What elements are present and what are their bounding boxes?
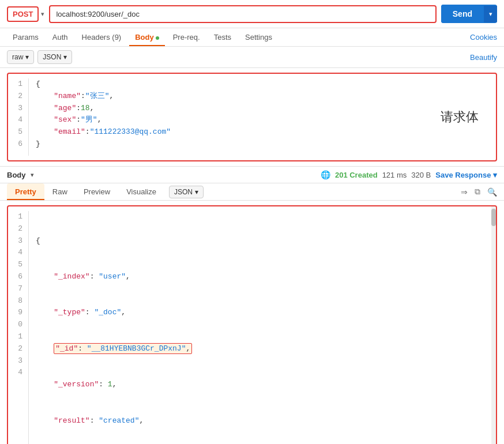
send-button-arrow[interactable]: ▾ — [484, 6, 497, 22]
request-code-content[interactable]: { "name":"张三", "age":18, "sex":"男", "ema… — [29, 78, 496, 156]
method-dropdown-arrow[interactable]: ▾ — [41, 10, 44, 18]
response-header: Body ▾ 🌐 201 Created 121 ms 320 B Save R… — [0, 166, 504, 183]
beautify-button[interactable]: Beautify — [470, 53, 497, 62]
response-code-area: 1 2 3 4 5 6 7 8 9 0 1 2 3 4 { "_index": … — [8, 206, 496, 444]
wrap-icon[interactable]: ⇒ — [461, 187, 468, 197]
copy-icon[interactable]: ⧉ — [475, 187, 480, 197]
scrollbar-thumb[interactable] — [491, 209, 496, 226]
status-badge: 201 Created — [335, 171, 378, 179]
body-dot-indicator — [156, 36, 159, 40]
method-selector: POST ▾ — [7, 6, 44, 22]
tab-auth[interactable]: Auth — [47, 28, 74, 46]
url-input[interactable] — [49, 5, 436, 23]
response-chevron[interactable]: ▾ — [31, 171, 34, 179]
body-type-selector[interactable]: raw ▾ — [7, 50, 34, 64]
response-tab-icons: ⇒ ⧉ 🔍 — [461, 187, 497, 197]
response-code-content: { "_index": "user", "_type": "_doc", "_i… — [29, 211, 496, 444]
request-code-area[interactable]: 1 2 3 4 5 6 { "name":"张三", "age":18, "se… — [8, 74, 496, 160]
tab-prereq[interactable]: Pre-req. — [167, 28, 206, 46]
response-line-numbers: 1 2 3 4 5 6 7 8 9 0 1 2 3 4 — [8, 211, 29, 444]
resp-tab-visualize[interactable]: Visualize — [118, 183, 164, 200]
save-response-button[interactable]: Save Response ▾ — [435, 171, 497, 179]
resp-tab-raw[interactable]: Raw — [44, 183, 76, 200]
method-badge[interactable]: POST — [7, 6, 39, 22]
resp-tab-pretty[interactable]: Pretty — [7, 183, 44, 200]
tab-tests[interactable]: Tests — [208, 28, 237, 46]
request-line-numbers: 1 2 3 4 5 6 — [8, 78, 29, 156]
send-button-group: Send ▾ — [441, 5, 497, 23]
time-badge: 121 ms — [382, 171, 407, 179]
request-tabs-row: Params Auth Headers (9) Body Pre-req. Te… — [0, 28, 504, 47]
request-body-editor: 1 2 3 4 5 6 { "name":"张三", "age":18, "se… — [7, 73, 497, 161]
json-format-selector[interactable]: JSON ▾ — [37, 50, 72, 64]
scrollbar-track — [491, 206, 496, 444]
top-bar: POST ▾ Send ▾ — [0, 0, 504, 28]
resp-tab-preview[interactable]: Preview — [76, 183, 118, 200]
response-tabs-row: Pretty Raw Preview Visualize JSON ▾ ⇒ ⧉ … — [0, 183, 504, 201]
cookies-link[interactable]: Cookies — [470, 33, 497, 42]
response-format-selector[interactable]: JSON ▾ — [169, 186, 204, 198]
tab-settings[interactable]: Settings — [239, 28, 278, 46]
tab-body[interactable]: Body — [129, 28, 165, 46]
globe-icon: 🌐 — [321, 170, 330, 179]
send-button[interactable]: Send — [441, 5, 484, 23]
search-icon[interactable]: 🔍 — [487, 187, 497, 197]
response-label: Body — [7, 171, 26, 179]
body-options-row: raw ▾ JSON ▾ Beautify — [0, 47, 504, 68]
tab-params[interactable]: Params — [7, 28, 44, 46]
response-body-editor: 1 2 3 4 5 6 7 8 9 0 1 2 3 4 { "_index": … — [7, 205, 497, 444]
tab-headers[interactable]: Headers (9) — [76, 28, 127, 46]
size-badge: 320 B — [411, 171, 431, 179]
